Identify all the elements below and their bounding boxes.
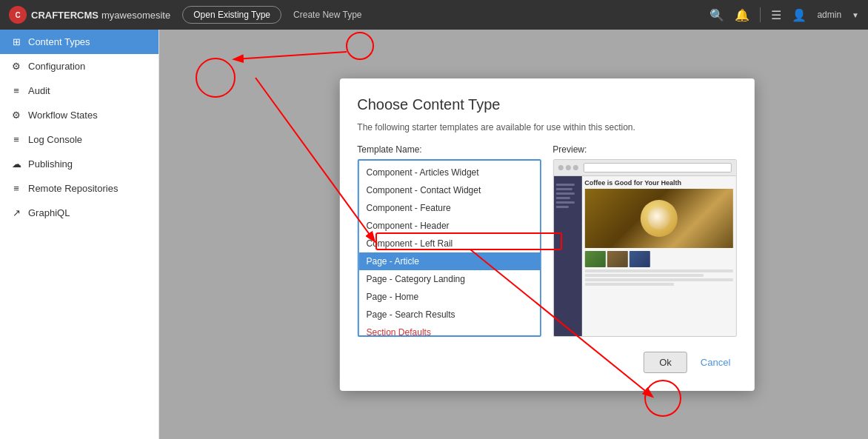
menu-icon[interactable]: ☰	[771, 8, 781, 22]
browser-url-bar	[583, 163, 731, 172]
sidebar-item-log-console[interactable]: ≡ Log Console	[0, 127, 158, 152]
sidebar-item-configuration[interactable]: ⚙ Configuration	[0, 54, 158, 78]
sidebar-item-label: Audit	[28, 85, 50, 96]
app-name: CRAFTERCMS	[31, 10, 99, 21]
site-name: myawesomesite	[101, 10, 170, 21]
preview-column: Preview:	[552, 144, 736, 337]
template-list-item[interactable]: Page - Search Results	[358, 306, 539, 324]
choose-content-type-modal: Choose Content Type The following starte…	[339, 78, 754, 391]
sidebar-item-label: GraphiQL	[28, 207, 70, 218]
workflow-icon: ⚙	[10, 110, 22, 121]
configuration-icon: ⚙	[10, 61, 22, 72]
sidebar-item-content-types[interactable]: ⊞ Content Types	[0, 30, 158, 54]
template-column: Template Name: Component - Articles Widg…	[357, 144, 541, 337]
sidebar-item-label: Remote Repositories	[28, 183, 118, 194]
preview-content: Coffee is Good for Your Health	[553, 176, 735, 337]
graphiql-icon: ↗	[10, 207, 22, 218]
audit-icon: ≡	[10, 85, 22, 96]
template-list-item[interactable]: Section Defaults	[358, 324, 539, 337]
logo-area: C CRAFTERCMS	[9, 6, 99, 24]
preview-line-2	[584, 274, 703, 277]
template-list-item[interactable]: Page - Article	[358, 252, 539, 270]
preview-article-title: Coffee is Good for Your Health	[584, 179, 732, 187]
content-area: Choose Content Type The following starte…	[159, 30, 868, 439]
preview-line-4	[584, 283, 673, 286]
logo-icon: C	[9, 6, 27, 24]
admin-label: admin	[817, 10, 841, 20]
sidebar-item-label: Configuration	[28, 61, 85, 72]
preview-thumb-2	[607, 251, 627, 267]
tab-open-existing[interactable]: Open Existing Type	[182, 6, 281, 24]
template-col-label: Template Name:	[357, 144, 541, 155]
sidebar-item-label: Publishing	[28, 158, 73, 170]
admin-dropdown-icon[interactable]: ▼	[852, 11, 859, 19]
publishing-icon: ☁	[10, 158, 22, 170]
sidebar-item-label: Content Types	[28, 36, 90, 47]
top-navigation: C CRAFTERCMS myawesomesite Open Existing…	[0, 0, 868, 30]
preview-sidebar-mini	[553, 176, 581, 337]
person-icon[interactable]: 👤	[792, 8, 807, 22]
nav-icons: 🔍 🔔 ☰ 👤 admin ▼	[710, 7, 859, 22]
remote-icon: ≡	[10, 183, 22, 194]
notification-icon[interactable]: 🔔	[735, 8, 750, 22]
tab-create-new[interactable]: Create New Type	[283, 7, 373, 23]
log-icon: ≡	[10, 134, 22, 145]
preview-small-images	[584, 251, 732, 267]
nav-divider	[760, 7, 761, 22]
ok-button[interactable]: Ok	[644, 352, 687, 373]
sidebar-item-label: Workflow States	[28, 110, 98, 121]
sidebar-item-graphiql[interactable]: ↗ GraphiQL	[0, 201, 158, 225]
browser-dot-2	[565, 165, 570, 170]
template-list-item[interactable]: Component - Feature	[358, 199, 539, 217]
nav-tabs: Open Existing Type Create New Type	[182, 6, 372, 24]
preview-thumb-1	[584, 251, 605, 267]
template-list-item[interactable]: Component - Contact Widget	[358, 181, 539, 199]
sidebar-item-audit[interactable]: ≡ Audit	[0, 78, 158, 103]
sidebar-item-remote-repositories[interactable]: ≡ Remote Repositories	[0, 176, 158, 201]
sidebar-item-publishing[interactable]: ☁ Publishing	[0, 152, 158, 176]
sidebar-item-label: Log Console	[28, 134, 82, 145]
preview-col-label: Preview:	[552, 144, 736, 155]
preview-thumb-3	[629, 251, 650, 267]
browser-dot-3	[572, 165, 578, 170]
template-list-item[interactable]: Component - Articles Widget	[358, 164, 539, 181]
main-layout: ⊞ Content Types ⚙ Configuration ≡ Audit …	[0, 30, 868, 439]
modal-subtitle: The following starter templates are avai…	[357, 122, 736, 133]
cancel-button[interactable]: Cancel	[695, 352, 736, 372]
search-icon[interactable]: 🔍	[710, 8, 724, 22]
template-list[interactable]: Component - Articles WidgetComponent - C…	[357, 159, 541, 337]
preview-box: Coffee is Good for Your Health	[552, 159, 736, 337]
modal-footer: Ok Cancel	[357, 352, 736, 373]
sidebar-item-workflow-states[interactable]: ⚙ Workflow States	[0, 103, 158, 127]
content-types-icon: ⊞	[10, 36, 22, 47]
template-list-item[interactable]: Component - Left Rail	[358, 235, 539, 252]
template-list-item[interactable]: Component - Header	[358, 217, 539, 235]
template-list-item[interactable]: Page - Category Landing	[358, 270, 539, 288]
preview-main-content: Coffee is Good for Your Health	[581, 176, 735, 337]
preview-line-1	[584, 269, 732, 272]
browser-dot-1	[558, 165, 563, 170]
preview-article-image	[584, 189, 732, 248]
preview-browser-bar	[553, 160, 735, 176]
preview-line-3	[584, 278, 732, 281]
modal-title: Choose Content Type	[357, 96, 736, 113]
template-list-item[interactable]: Page - Home	[358, 288, 539, 306]
modal-body: Template Name: Component - Articles Widg…	[357, 144, 736, 337]
sidebar: ⊞ Content Types ⚙ Configuration ≡ Audit …	[0, 30, 159, 439]
preview-text-lines	[584, 269, 732, 286]
